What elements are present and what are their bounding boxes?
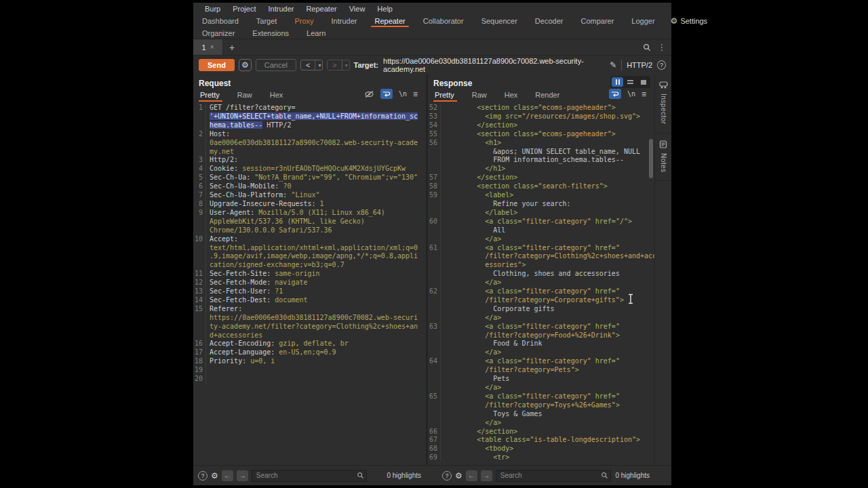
layout-single-button[interactable] — [637, 77, 649, 87]
code-line: 6Sec-Ch-Ua-Mobile: ?0 — [193, 182, 426, 191]
back-history-button[interactable]: < ▾ — [300, 60, 323, 70]
code-line: Toys & Games — [428, 410, 654, 419]
editor-menu-icon[interactable]: ≡ — [642, 89, 646, 99]
edit-target-icon[interactable]: ✎ — [610, 60, 616, 70]
wrap-icon — [611, 91, 619, 97]
editor-menu-icon[interactable]: ≡ — [413, 89, 418, 99]
code-line: essories"> — [428, 261, 654, 270]
code-line: 3Http/2: — [193, 156, 426, 165]
help-icon[interactable]: ? — [657, 60, 666, 70]
code-line: </a> — [428, 419, 654, 428]
inspector-icon — [659, 81, 668, 89]
response-scrollbar[interactable] — [649, 139, 653, 178]
menu-project[interactable]: Project — [226, 5, 262, 13]
search-settings-icon[interactable]: ⚙ — [455, 472, 462, 480]
search-icon — [601, 472, 608, 479]
notes-tab[interactable]: Notes — [655, 134, 671, 182]
prev-match-button[interactable]: ← — [466, 470, 477, 481]
burp-suite-window: Burp Project Intruder Repeater View Help… — [193, 3, 671, 485]
tab-logger[interactable]: Logger — [623, 15, 663, 27]
tab-settings[interactable]: ⚙ Settings — [664, 15, 715, 27]
code-line: 54 </section> — [428, 121, 654, 130]
tab-collaborator[interactable]: Collaborator — [414, 15, 473, 27]
request-tab-hex[interactable]: Hex — [269, 89, 290, 102]
help-icon[interactable]: ? — [198, 471, 208, 481]
response-tab-hex[interactable]: Hex — [503, 89, 525, 102]
request-highlight-count: 0 highlights — [387, 472, 421, 479]
code-line: 4Cookie: session=r3nUrEAObTQeHQOcuK4M2Xd… — [193, 165, 426, 174]
newline-toggle[interactable]: \n — [399, 90, 407, 98]
request-tab-raw[interactable]: Raw — [236, 89, 259, 102]
prev-match-button[interactable]: ← — [222, 470, 233, 481]
cancel-button[interactable]: Cancel — [256, 59, 296, 71]
menu-burp[interactable]: Burp — [199, 5, 226, 13]
layout-columns-button[interactable] — [612, 77, 623, 87]
code-line: 65 <a class="filter-category" href=" — [428, 392, 654, 401]
tab-comparer[interactable]: Comparer — [572, 15, 623, 27]
code-line: 18Priority: u=0, i — [193, 357, 426, 366]
send-button[interactable]: Send — [199, 59, 235, 71]
code-line: 0ae0006e030db38181127a8900c70082.web-sec… — [193, 139, 426, 148]
menu-help[interactable]: Help — [371, 5, 399, 13]
code-line: Pets — [428, 375, 654, 384]
tab-decoder[interactable]: Decoder — [526, 15, 572, 27]
help-icon[interactable]: ? — [442, 471, 452, 481]
layout-toggle-group — [610, 76, 650, 88]
protocol-label[interactable]: HTTP/2 — [627, 61, 652, 69]
code-line: 14Sec-Fetch-Dest: document — [193, 296, 426, 305]
response-editor[interactable]: 52 <section class="ecoms-pageheader">53 … — [428, 102, 654, 465]
inspector-tab[interactable]: Inspector — [655, 75, 671, 134]
code-line: 58 <section class="search-filters"> — [428, 182, 654, 191]
next-match-button[interactable]: → — [237, 470, 248, 481]
request-tab-pretty[interactable]: Pretty — [199, 89, 226, 102]
hide-nonprintable-icon[interactable] — [364, 90, 374, 98]
target-label: Target: — [354, 61, 378, 69]
forward-history-button[interactable]: > ▾ — [327, 60, 349, 70]
tab-learn[interactable]: Learn — [298, 27, 334, 39]
code-line: /filter?category=Pets"> — [428, 366, 654, 375]
menu-intruder[interactable]: Intruder — [262, 5, 300, 13]
word-wrap-toggle[interactable] — [609, 89, 621, 99]
layout-rows-button[interactable] — [625, 77, 636, 87]
menu-view[interactable]: View — [343, 5, 372, 13]
request-toolbar: Send ⚙ Cancel < ▾ > ▾ Target: https://0a… — [193, 56, 671, 75]
notes-icon — [659, 140, 667, 148]
add-tab-button[interactable]: + — [223, 39, 241, 55]
search-icon — [357, 472, 364, 479]
code-line: Refine your search: — [428, 200, 654, 209]
request-editor[interactable]: 1GET /filter?category='+UNION+SELECT+tab… — [193, 102, 426, 465]
close-icon[interactable]: × — [210, 43, 214, 51]
code-line: 57 </section> — [428, 174, 654, 182]
search-settings-icon[interactable]: ⚙ — [211, 472, 218, 480]
send-options-button[interactable]: ⚙ — [239, 59, 252, 71]
response-tab-pretty[interactable]: Pretty — [433, 89, 461, 102]
tab-sequencer[interactable]: Sequencer — [473, 15, 526, 27]
word-wrap-toggle[interactable] — [380, 89, 393, 99]
forward-arrow: > — [328, 60, 342, 70]
tab-proxy[interactable]: Proxy — [285, 15, 322, 27]
tab-intruder[interactable]: Intruder — [323, 15, 366, 27]
tab-dashboard[interactable]: Dashboard — [193, 15, 248, 27]
request-search-input[interactable] — [252, 470, 367, 482]
request-title: Request — [199, 79, 420, 88]
tab-repeater[interactable]: Repeater — [366, 15, 414, 27]
repeater-tab-1[interactable]: 1 × — [193, 39, 223, 55]
next-match-button[interactable]: → — [481, 470, 492, 481]
response-tab-render[interactable]: Render — [534, 89, 566, 102]
response-search-input[interactable] — [496, 470, 611, 482]
menu-repeater[interactable]: Repeater — [300, 5, 342, 13]
code-line: </a> — [428, 384, 654, 392]
code-line: 11Sec-Fetch-Site: same-origin — [193, 270, 426, 279]
code-line: Clothing, shoes and accessories — [428, 270, 654, 279]
tab-organizer[interactable]: Organizer — [193, 27, 243, 39]
code-line: </a> — [428, 235, 654, 244]
code-line: </a> — [428, 314, 654, 323]
code-line: 68 <tbody> — [428, 445, 654, 453]
chevron-down-icon: ▾ — [315, 60, 323, 70]
tab-extensions[interactable]: Extensions — [243, 27, 298, 39]
tab-menu-icon[interactable]: ⋮ — [658, 43, 666, 52]
tab-target[interactable]: Target — [248, 15, 286, 27]
response-tab-raw[interactable]: Raw — [471, 89, 494, 102]
newline-toggle[interactable]: \n — [627, 90, 635, 98]
search-icon[interactable] — [643, 43, 651, 52]
